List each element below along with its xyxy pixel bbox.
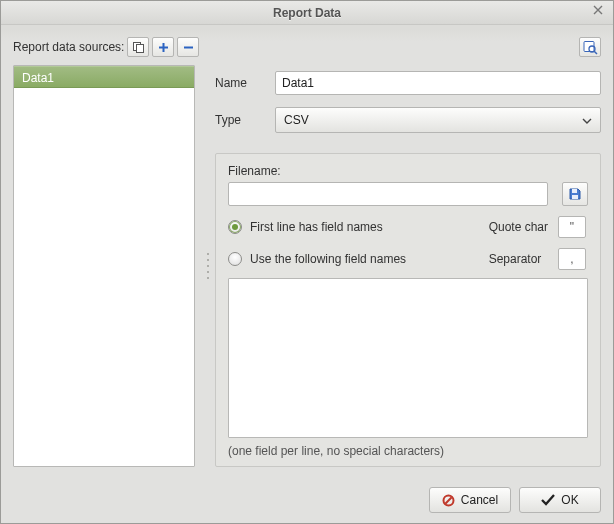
cancel-button[interactable]: Cancel — [429, 487, 511, 513]
datasource-toolbar: Report data sources: — [13, 35, 601, 59]
close-icon[interactable] — [593, 5, 607, 19]
detail-pane: Name Type CSV Filename: — [215, 65, 601, 467]
svg-rect-1 — [136, 44, 143, 52]
list-item[interactable]: Data1 — [14, 66, 194, 88]
radio-icon — [228, 220, 242, 234]
browse-button[interactable] — [562, 182, 588, 206]
fieldnames-hint: (one field per line, no special characte… — [228, 444, 588, 458]
magnifier-icon — [583, 40, 598, 55]
radio-use-following-label: Use the following field names — [250, 252, 406, 266]
check-icon — [541, 494, 555, 506]
svg-rect-5 — [572, 195, 578, 199]
radio-icon — [228, 252, 242, 266]
quote-input[interactable] — [558, 216, 586, 238]
window-title: Report Data — [273, 6, 341, 20]
dialog-window: Report Data Report data sources: — [0, 0, 614, 524]
radio-first-line[interactable]: First line has field names — [228, 220, 479, 234]
quote-label: Quote char — [489, 220, 548, 234]
add-button[interactable] — [152, 37, 174, 57]
cancel-icon — [442, 494, 455, 507]
radio-first-line-label: First line has field names — [250, 220, 383, 234]
floppy-icon — [568, 187, 582, 201]
dialog-footer: Cancel OK — [1, 477, 613, 523]
splitter-handle[interactable] — [203, 65, 213, 467]
csv-panel: Filename: — [215, 153, 601, 467]
type-label: Type — [215, 113, 275, 127]
svg-rect-4 — [572, 189, 577, 193]
ok-button[interactable]: OK — [519, 487, 601, 513]
plus-icon — [158, 42, 169, 53]
titlebar: Report Data — [1, 1, 613, 25]
remove-button[interactable] — [177, 37, 199, 57]
main-row: Data1 Name Type CSV — [13, 65, 601, 467]
duplicate-button[interactable] — [127, 37, 149, 57]
ok-label: OK — [561, 493, 578, 507]
chevron-down-icon — [582, 113, 592, 127]
datasource-label: Report data sources: — [13, 40, 124, 54]
fieldnames-textarea[interactable] — [228, 278, 588, 438]
duplicate-icon — [132, 41, 145, 54]
query-button[interactable] — [579, 37, 601, 57]
filename-input[interactable] — [228, 182, 548, 206]
cancel-label: Cancel — [461, 493, 498, 507]
filename-label: Filename: — [228, 164, 588, 178]
type-select[interactable]: CSV — [275, 107, 601, 133]
minus-icon — [183, 42, 194, 53]
name-label: Name — [215, 76, 275, 90]
name-row: Name — [215, 71, 601, 95]
separator-input[interactable] — [558, 248, 586, 270]
type-row: Type CSV — [215, 107, 601, 133]
name-input[interactable] — [275, 71, 601, 95]
radio-use-following[interactable]: Use the following field names — [228, 252, 479, 266]
datasource-list[interactable]: Data1 — [13, 65, 195, 467]
separator-label: Separator — [489, 252, 548, 266]
type-value: CSV — [284, 113, 309, 127]
content-area: Report data sources: — [1, 25, 613, 477]
